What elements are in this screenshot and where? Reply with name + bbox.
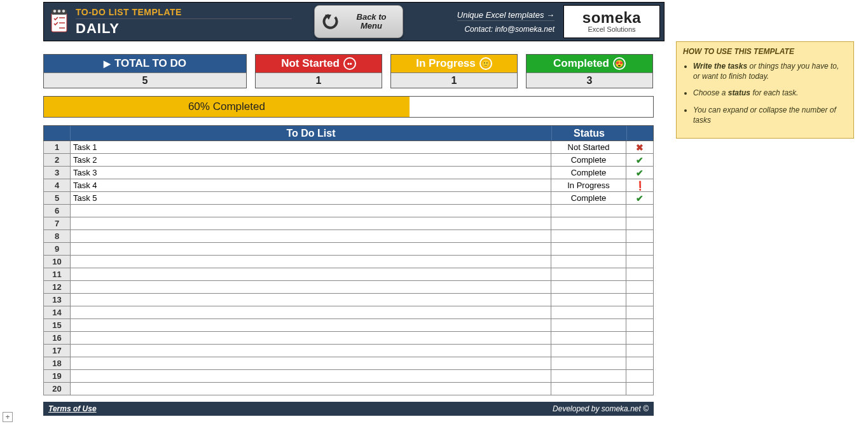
status-cell[interactable]: [551, 243, 626, 255]
header-bar: TO-DO LIST TEMPLATE DAILY Back to Menu U…: [43, 2, 665, 41]
table-row[interactable]: 19: [43, 370, 654, 383]
table-row[interactable]: 9: [43, 243, 654, 256]
status-icon-cell: [626, 294, 653, 306]
status-cell[interactable]: [551, 268, 626, 280]
status-cell[interactable]: Complete: [551, 192, 626, 204]
task-cell[interactable]: [71, 383, 551, 395]
back-button-label: Back to Menu: [347, 13, 396, 31]
check-icon: ✔: [636, 193, 644, 203]
status-cell[interactable]: [551, 370, 626, 382]
progress-fill: 60% Completed: [44, 97, 410, 117]
table-row[interactable]: 18: [43, 357, 654, 370]
status-icon-cell: [626, 357, 653, 369]
task-cell[interactable]: [71, 256, 551, 268]
table-row[interactable]: 20: [43, 383, 654, 395]
table-row[interactable]: 2Task 2Complete✔: [43, 154, 654, 167]
table-row[interactable]: 16: [43, 332, 654, 345]
task-cell[interactable]: [71, 294, 551, 306]
task-cell[interactable]: [71, 332, 551, 344]
templates-link[interactable]: Unique Excel templates →: [457, 10, 555, 21]
svg-point-4: [62, 10, 65, 12]
task-cell[interactable]: [71, 205, 551, 217]
stat-not-started: Not Started •• 1: [255, 54, 382, 88]
terms-link[interactable]: Terms of Use: [48, 404, 97, 413]
back-arrow-icon: [321, 11, 343, 32]
status-cell[interactable]: [551, 345, 626, 357]
status-cell[interactable]: Not Started: [551, 141, 626, 153]
status-cell[interactable]: [551, 205, 626, 217]
table-row[interactable]: 13: [43, 294, 654, 306]
task-cell[interactable]: [71, 370, 551, 382]
task-cell[interactable]: Task 4: [71, 179, 551, 191]
status-cell[interactable]: Complete: [551, 167, 626, 179]
row-number: 17: [44, 345, 71, 357]
row-number: 14: [44, 306, 71, 318]
status-cell[interactable]: [551, 332, 626, 344]
stat-total: ▶ TOTAL TO DO 5: [43, 54, 247, 88]
table-row[interactable]: 6: [43, 205, 654, 217]
table-row[interactable]: 14: [43, 306, 654, 319]
task-cell[interactable]: [71, 306, 551, 318]
expand-groups-button[interactable]: +: [3, 412, 13, 422]
table-row[interactable]: 3Task 3Complete✔: [43, 167, 654, 179]
help-list: Write the tasks or things thay you have …: [683, 61, 847, 125]
table-row[interactable]: 17: [43, 345, 654, 357]
stat-in-progress-head: In Progress 🙂: [391, 55, 517, 72]
row-number: 19: [44, 370, 71, 382]
status-icon-cell: [626, 306, 653, 318]
table-row[interactable]: 15: [43, 319, 654, 332]
row-number: 20: [44, 383, 71, 395]
task-cell[interactable]: [71, 268, 551, 280]
status-cell[interactable]: [551, 230, 626, 242]
row-number: 6: [44, 205, 71, 217]
row-number: 10: [44, 256, 71, 268]
task-cell[interactable]: [71, 281, 551, 293]
row-number: 2: [44, 154, 71, 166]
status-cell[interactable]: [551, 256, 626, 268]
status-cell[interactable]: Complete: [551, 154, 626, 166]
status-cell[interactable]: [551, 306, 626, 318]
heart-eyes-face-icon: 😍: [613, 57, 626, 70]
table-row[interactable]: 12: [43, 281, 654, 294]
table-header: To Do List Status: [43, 125, 654, 141]
status-cell[interactable]: [551, 217, 626, 229]
status-icon-cell: [626, 243, 653, 255]
task-cell[interactable]: [71, 345, 551, 357]
status-cell[interactable]: [551, 281, 626, 293]
table-row[interactable]: 7: [43, 217, 654, 230]
table-row[interactable]: 1Task 1Not Started✖: [43, 141, 654, 154]
status-cell[interactable]: [551, 319, 626, 331]
row-number: 12: [44, 281, 71, 293]
task-cell[interactable]: Task 1: [71, 141, 551, 153]
status-cell[interactable]: [551, 383, 626, 395]
task-cell[interactable]: [71, 217, 551, 229]
task-cell[interactable]: Task 3: [71, 167, 551, 179]
table-row[interactable]: 10: [43, 256, 654, 268]
task-cell[interactable]: [71, 243, 551, 255]
status-icon-cell: [626, 319, 653, 331]
status-cell[interactable]: In Progress: [551, 179, 626, 191]
task-cell[interactable]: [71, 230, 551, 242]
row-number: 5: [44, 192, 71, 204]
status-cell[interactable]: [551, 357, 626, 369]
status-icon-cell: [626, 370, 653, 382]
table-row[interactable]: 5Task 5Complete✔: [43, 192, 654, 205]
logo-text: someka: [582, 10, 641, 25]
stat-total-head: ▶ TOTAL TO DO: [44, 55, 246, 72]
stat-total-value: 5: [44, 72, 246, 88]
task-cell[interactable]: [71, 319, 551, 331]
help-item: Choose a status for each task.: [693, 88, 847, 98]
task-cell[interactable]: Task 2: [71, 154, 551, 166]
status-icon-cell: [626, 383, 653, 395]
status-cell[interactable]: [551, 294, 626, 306]
help-box: HOW TO USE THIS TEMPLATE Write the tasks…: [676, 41, 854, 139]
template-title: TO-DO LIST TEMPLATE: [76, 7, 292, 19]
back-to-menu-button[interactable]: Back to Menu: [314, 5, 403, 38]
table-row[interactable]: 4Task 4In Progress❗: [43, 179, 654, 192]
row-number: 1: [44, 141, 71, 153]
task-cell[interactable]: Task 5: [71, 192, 551, 204]
someka-logo[interactable]: someka Excel Solutions: [563, 5, 660, 38]
table-row[interactable]: 11: [43, 268, 654, 281]
table-row[interactable]: 8: [43, 230, 654, 243]
task-cell[interactable]: [71, 357, 551, 369]
